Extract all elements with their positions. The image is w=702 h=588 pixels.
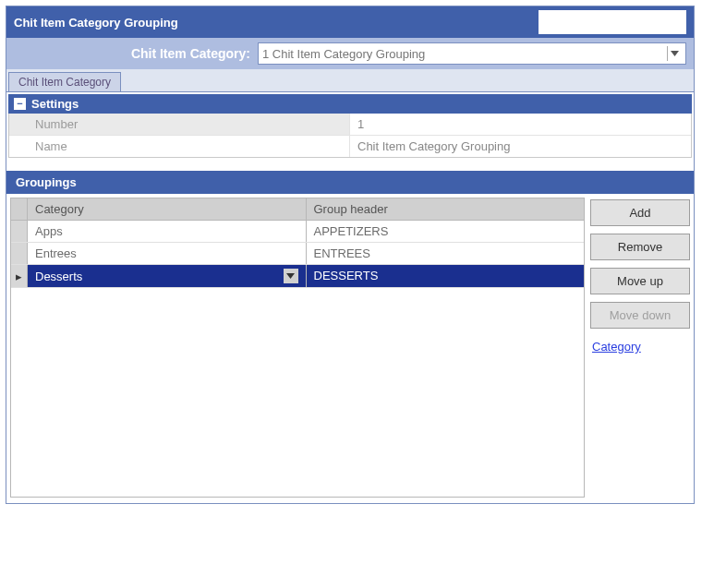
cell-category[interactable]: Apps bbox=[28, 221, 307, 242]
table-header-row: Category Group header bbox=[11, 198, 584, 221]
name-label: Name bbox=[9, 136, 350, 157]
groupings-header: Groupings bbox=[6, 171, 694, 194]
title-bar: Chit Item Category Grouping bbox=[6, 6, 694, 38]
row-marker-active-icon: ▸ bbox=[11, 265, 28, 287]
settings-body: Number 1 Name Chit Item Category Groupin… bbox=[8, 114, 692, 158]
row-marker-header bbox=[11, 198, 28, 220]
col-header-category[interactable]: Category bbox=[28, 198, 307, 220]
selector-row: Chit Item Category: 1 Chit Item Category… bbox=[6, 38, 694, 69]
cell-category-dropdown[interactable]: Desserts bbox=[28, 265, 307, 287]
table-empty-area bbox=[11, 288, 584, 497]
tab-chit-item-category[interactable]: Chit Item Category bbox=[8, 72, 121, 91]
groupings-area: Category Group header Apps APPETIZERS En… bbox=[6, 194, 694, 503]
cell-category-value: Desserts bbox=[35, 270, 284, 283]
chevron-down-icon bbox=[667, 46, 682, 61]
settings-row-name: Name Chit Item Category Grouping bbox=[9, 136, 691, 157]
groupings-header-label: Groupings bbox=[16, 175, 77, 189]
move-up-button[interactable]: Move up bbox=[590, 268, 690, 294]
move-down-button: Move down bbox=[590, 302, 690, 329]
svg-marker-1 bbox=[286, 273, 295, 279]
cell-category[interactable]: Entrees bbox=[28, 243, 307, 264]
settings-header[interactable]: − Settings bbox=[8, 94, 692, 114]
table-row[interactable]: Apps APPETIZERS bbox=[11, 221, 584, 243]
row-marker bbox=[11, 243, 28, 264]
cell-group-header[interactable]: ENTREES bbox=[307, 243, 585, 264]
settings-row-number: Number 1 bbox=[9, 114, 691, 136]
category-link[interactable]: Category bbox=[590, 336, 690, 357]
title-blank-field[interactable] bbox=[539, 10, 686, 34]
tab-strip: Chit Item Category bbox=[6, 69, 694, 92]
chevron-down-icon[interactable] bbox=[284, 269, 298, 283]
table-row[interactable]: Entrees ENTREES bbox=[11, 243, 584, 265]
window: Chit Item Category Grouping Chit Item Ca… bbox=[6, 6, 695, 504]
table-row-selected[interactable]: ▸ Desserts DESSERTS bbox=[11, 265, 584, 288]
name-value[interactable]: Chit Item Category Grouping bbox=[350, 136, 691, 157]
remove-button[interactable]: Remove bbox=[590, 234, 690, 260]
add-button[interactable]: Add bbox=[590, 199, 690, 226]
settings-header-label: Settings bbox=[31, 97, 79, 111]
panel-body: − Settings Number 1 Name Chit Item Categ… bbox=[6, 92, 694, 171]
window-title: Chit Item Category Grouping bbox=[14, 16, 539, 30]
selector-value: 1 Chit Item Category Grouping bbox=[262, 47, 667, 61]
col-header-group-header[interactable]: Group header bbox=[307, 198, 585, 220]
groupings-table: Category Group header Apps APPETIZERS En… bbox=[10, 198, 585, 498]
button-column: Add Remove Move up Move down Category bbox=[590, 198, 690, 498]
number-value[interactable]: 1 bbox=[350, 114, 691, 135]
selector-label: Chit Item Category: bbox=[14, 46, 250, 61]
number-label: Number bbox=[9, 114, 350, 135]
row-marker bbox=[11, 221, 28, 242]
cell-group-header[interactable]: APPETIZERS bbox=[307, 221, 585, 242]
svg-marker-0 bbox=[671, 51, 679, 56]
collapse-icon[interactable]: − bbox=[14, 98, 26, 110]
cell-group-header[interactable]: DESSERTS bbox=[307, 265, 585, 287]
category-selector-dropdown[interactable]: 1 Chit Item Category Grouping bbox=[258, 42, 686, 65]
